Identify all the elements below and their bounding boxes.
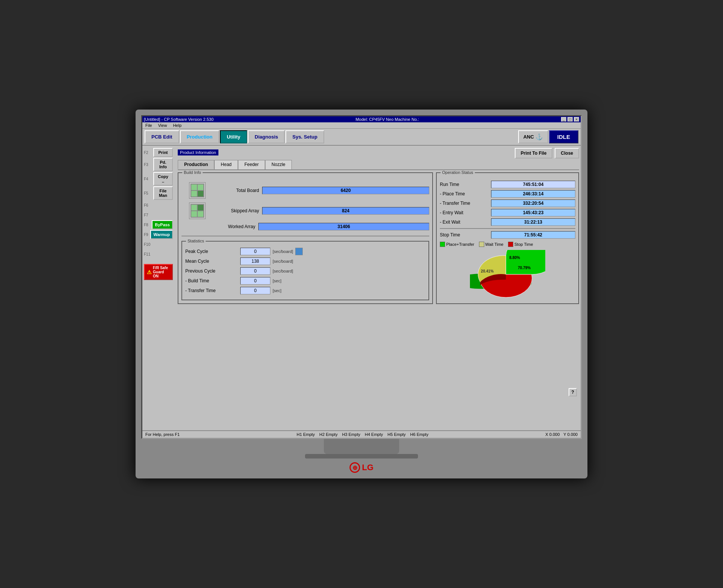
statistics-title: Statistics <box>186 239 206 243</box>
legend-place-label: Place+Transfer <box>446 242 474 247</box>
anc-icon: ⚓ <box>535 133 543 140</box>
head-h2: H2 Empty <box>319 432 337 437</box>
sidebar-key-f9: F9 <box>144 233 149 237</box>
lg-circle-icon: ⊕ <box>349 462 360 473</box>
idle-button[interactable]: IDLE <box>549 130 578 143</box>
sidebar-item-copy: F4 Copy .. <box>144 172 173 186</box>
run-time-row: Run Time 745:51:04 <box>440 181 575 188</box>
peak-cycle-unit: [sec/board] <box>273 249 293 254</box>
tab-pcb-edit[interactable]: PCB Edit <box>145 130 179 143</box>
peak-cycle-icon[interactable] <box>295 248 303 255</box>
title-bar: [Untitled] - CP Software Version 2.530 M… <box>142 116 581 122</box>
transfer-time-op-label: - Transfer Time <box>440 201 489 206</box>
peak-cycle-row: Peak Cycle 0 [sec/board] <box>185 248 426 255</box>
minimize-btn[interactable]: _ <box>561 117 566 122</box>
sidebar-item-f11: F11 <box>144 250 173 259</box>
tab-utility[interactable]: Utility <box>220 130 247 143</box>
sub-tab-production[interactable]: Production <box>178 160 214 169</box>
legend-wait: Wait Time <box>479 242 504 247</box>
sidebar-key-f11: F11 <box>144 252 152 256</box>
sub-tabs: Production Head Feeder Nozzle <box>178 160 579 170</box>
sidebar-key-f3: F3 <box>144 163 152 167</box>
worked-array-value: 31406 <box>258 223 429 230</box>
lg-logo: ⊕ LG <box>349 462 374 473</box>
pie-wait-label: 20.41% <box>481 269 494 273</box>
y-coord: Y 0.000 <box>563 432 578 437</box>
lg-text: LG <box>362 463 374 472</box>
fr-safe-label: F/R Safe Guard ON <box>153 266 170 278</box>
fr-safe-button[interactable]: ⚠ F/R Safe Guard ON <box>144 264 173 280</box>
prev-cycle-unit: [sec/board] <box>273 269 293 273</box>
sidebar-item-f6: F6 <box>144 201 173 210</box>
head-h6: H6 Empty <box>410 432 428 437</box>
menu-bar: File View Help <box>142 122 581 129</box>
mean-cycle-label: Mean Cycle <box>185 259 238 264</box>
sidebar-item-f7: F7 <box>144 210 173 219</box>
print-button[interactable]: Print <box>153 148 173 157</box>
help-button[interactable]: ? <box>569 388 577 396</box>
build-time-unit: [sec] <box>273 279 281 283</box>
place-time-value: 246:33:14 <box>491 190 575 198</box>
menu-help[interactable]: Help <box>173 123 182 128</box>
left-panel: Build Info <box>178 172 433 304</box>
exit-wait-label: - Exit Wait <box>440 219 489 225</box>
sub-tab-nozzle[interactable]: Nozzle <box>265 160 292 169</box>
skipped-array-label: Skipped Array <box>210 208 259 213</box>
worked-array-label: Worked Array <box>206 224 255 229</box>
menu-file[interactable]: File <box>145 123 152 128</box>
content-area: Build Info <box>178 172 579 304</box>
build-time-label: - Build Time <box>185 278 238 283</box>
footer-bar: For Help, press F1 H1 Empty H2 Empty H3 … <box>142 430 581 438</box>
total-board-value: 6420 <box>262 187 429 194</box>
legend-stop-label: Stop Time <box>514 242 533 247</box>
pdinfo-button[interactable]: Pd. Info <box>153 158 173 171</box>
run-time-value: 745:51:04 <box>491 181 575 188</box>
tab-sys-setup[interactable]: Sys. Setup <box>285 130 324 143</box>
transfer-time-op-value: 332:20:54 <box>491 200 575 207</box>
sub-tab-feeder[interactable]: Feeder <box>238 160 265 169</box>
main-content: Product Information Print To File Close … <box>176 146 581 419</box>
head-h1: H1 Empty <box>297 432 315 437</box>
stop-time-row: Stop Time 71:55:42 <box>440 231 575 239</box>
operation-status-title: Operation Status <box>441 170 475 175</box>
right-panel: Operation Status Run Time 745:51:04 - Pl… <box>436 172 579 304</box>
head-h3: H3 Empty <box>342 432 360 437</box>
skipped-array-value: 824 <box>262 207 429 215</box>
copy-button[interactable]: Copy .. <box>153 172 173 186</box>
build-time-value: 0 <box>240 277 270 285</box>
statistics-box: Statistics Peak Cycle 0 [sec/board] Mean… <box>182 241 429 300</box>
close-dialog-button[interactable]: Close <box>555 148 579 158</box>
mean-cycle-value: 138 <box>240 257 270 265</box>
transfer-time-op-row: - Transfer Time 332:20:54 <box>440 200 575 207</box>
legend-stop-color <box>508 242 513 247</box>
entry-wait-value: 145:43:23 <box>491 209 575 216</box>
place-time-label: - Place Time <box>440 191 489 197</box>
fileman-button[interactable]: File Man <box>153 186 173 200</box>
mean-cycle-row: Mean Cycle 138 [sec/board] <box>185 257 426 265</box>
close-btn[interactable]: × <box>574 117 579 122</box>
head-status: H1 Empty H2 Empty H3 Empty H4 Empty H5 E… <box>297 432 429 437</box>
head-h5: H5 Empty <box>387 432 406 437</box>
anc-button[interactable]: ANC ⚓ <box>518 130 548 143</box>
maximize-btn[interactable]: □ <box>567 117 573 122</box>
print-to-file-button[interactable]: Print To File <box>515 148 552 158</box>
bypass-button[interactable]: ByPass <box>152 220 173 229</box>
window-title: [Untitled] - CP Software Version 2.530 <box>144 117 214 122</box>
menu-view[interactable]: View <box>158 123 167 128</box>
coord-display: X 0.000 Y 0.000 <box>545 432 578 437</box>
pie-chart-svg: 70.79% 20.41% 8.80% <box>470 250 545 299</box>
skipped-icon <box>191 204 204 218</box>
transfer-time-stat-unit: [sec] <box>273 288 281 293</box>
transfer-time-stat-row: - Transfer Time 0 [sec] <box>185 287 426 294</box>
sidebar-key-f2: F2 <box>144 151 152 155</box>
board-icon <box>191 184 204 197</box>
sidebar-item-fileman: F5 File Man <box>144 186 173 200</box>
sub-tab-head[interactable]: Head <box>214 160 238 169</box>
place-time-row: - Place Time 246:33:14 <box>440 190 575 198</box>
sidebar-item-bypass: F8 ByPass <box>144 220 173 229</box>
warmup-button[interactable]: Warmup <box>150 230 173 239</box>
tab-production[interactable]: Production <box>180 130 220 143</box>
head-h4: H4 Empty <box>365 432 383 437</box>
sidebar-item-print: F2 Print <box>144 148 173 157</box>
tab-diagnosis[interactable]: Diagnosis <box>248 130 285 143</box>
